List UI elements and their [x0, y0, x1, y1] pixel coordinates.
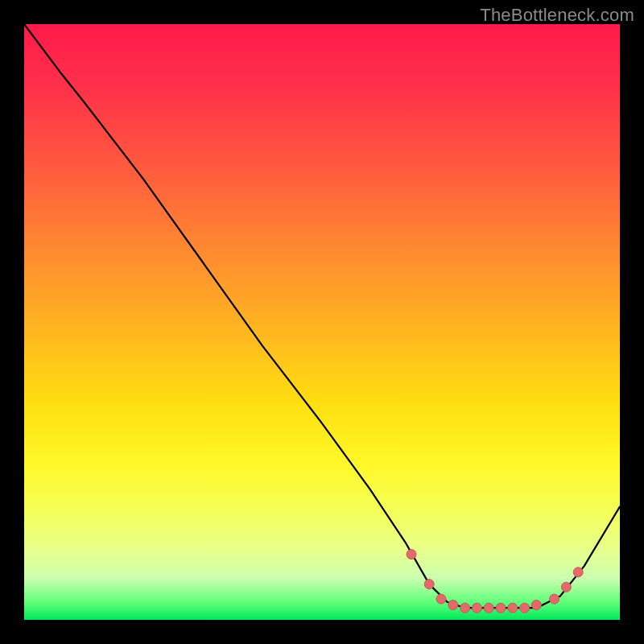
- curve-marker: [460, 603, 470, 613]
- bottleneck-curve: [24, 24, 620, 608]
- curve-marker: [424, 580, 434, 589]
- curve-marker: [484, 603, 493, 613]
- watermark-text: TheBottleneck.com: [480, 5, 634, 26]
- chart-stage: TheBottleneck.com: [0, 0, 644, 644]
- curve-marker: [436, 594, 446, 604]
- curve-marker: [496, 603, 506, 613]
- curve-marker: [561, 582, 571, 592]
- curve-marker: [407, 550, 416, 559]
- curve-marker: [508, 603, 518, 613]
- curve-marker: [520, 603, 530, 613]
- curve-marker: [448, 601, 458, 610]
- chart-svg: [24, 24, 620, 620]
- chart-plot-area: [24, 24, 620, 620]
- curve-marker: [472, 603, 481, 613]
- curve-marker: [550, 594, 559, 604]
- curve-marker: [531, 601, 541, 610]
- curve-marker: [573, 568, 583, 577]
- curve-markers: [407, 550, 583, 613]
